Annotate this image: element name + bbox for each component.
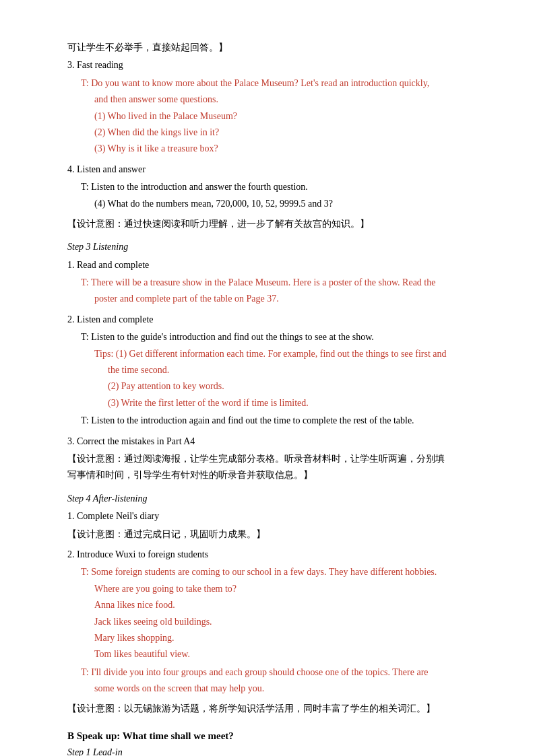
step3-sub2-tips1b: the time second. — [67, 363, 481, 378]
section4-q4: (4) What do the numbers mean, 720,000, 1… — [67, 197, 481, 211]
design-note-4: 【设计意图：以无锡旅游为话题，将所学知识活学活用，同时丰富了学生的相关词汇。】 — [67, 701, 481, 716]
step3-sub2-tips3: (3) Write the first letter of the word i… — [67, 396, 481, 411]
step3-sub2-tips1: Tips: (1) Get different information each… — [67, 347, 481, 362]
section3-q2: (2) When did the kings live in it? — [67, 125, 481, 140]
section3-q3: (3) Why is it like a treasure box? — [67, 141, 481, 156]
section-b-step1-heading: Step 1 Lead-in — [67, 745, 481, 756]
step4-sub2-jack: Jack likes seeing old buildings. — [67, 615, 481, 629]
step3-sub1-t1: T: There will be a treasure show in the … — [67, 275, 481, 290]
step3-sub1-title: 1. Read and complete — [67, 258, 481, 273]
section3-t1b: and then answer some questions. — [67, 92, 481, 107]
page-content: 可让学生不必举手，直接站起回答。】 3. Fast reading T: Do … — [67, 40, 481, 756]
section-b-heading: B Speak up: What time shall we meet? — [67, 728, 481, 744]
step3-sub2-t2: T: Listen to the introduction again and … — [67, 413, 481, 428]
step4-sub2-t2b: some words on the screen that may help y… — [67, 681, 481, 696]
step4-sub1-title: 1. Complete Neil's diary — [67, 509, 481, 524]
section4-t1: T: Listen to the introduction and answer… — [67, 180, 481, 195]
step3-heading: Step 3 Listening — [67, 240, 481, 254]
step3-sub2-title: 2. Listen and complete — [67, 312, 481, 327]
step4-sub2-t1: T: Some foreign students are coming to o… — [67, 565, 481, 580]
step3-sub1-t1b: poster and complete part of the table on… — [67, 291, 481, 306]
design-note-2: 【设计意图：通过阅读海报，让学生完成部分表格。听录音材料时，让学生听两遍，分别填… — [67, 452, 481, 483]
section3-title: 3. Fast reading — [67, 58, 481, 73]
design-note-2-line1: 【设计意图：通过阅读海报，让学生完成部分表格。听录音材料时，让学生听两遍，分别填 — [67, 452, 481, 467]
step4-heading: Step 4 After-listening — [67, 491, 481, 506]
design-note-3: 【设计意图：通过完成日记，巩固听力成果。】 — [67, 527, 481, 542]
intro-chinese-text: 可让学生不必举手，直接站起回答。】 — [67, 40, 481, 55]
design-note-1: 【设计意图：通过快速阅读和听力理解，进一步了解有关故宫的知识。】 — [67, 217, 481, 232]
section3-t1: T: Do you want to know more about the Pa… — [67, 76, 481, 91]
step4-sub2-t2: T: I'll divide you into four groups and … — [67, 665, 481, 680]
step4-sub2-anna: Anna likes nice food. — [67, 598, 481, 613]
step3-sub2-tips2: (2) Pay attention to key words. — [67, 379, 481, 394]
step3-sub3-title: 3. Correct the mistakes in Part A4 — [67, 434, 481, 449]
section3-q1: (1) Who lived in the Palace Museum? — [67, 109, 481, 124]
section4-title: 4. Listen and answer — [67, 162, 481, 177]
design-note-2-line2: 写事情和时间，引导学生有针对性的听录音并获取信息。】 — [67, 468, 481, 483]
step4-sub2-t1b: Where are you going to take them to? — [67, 582, 481, 596]
step3-sub2-t1: T: Listen to the guide's introduction an… — [67, 330, 481, 345]
step4-sub2-tom: Tom likes beautiful view. — [67, 647, 481, 662]
step4-sub2-mary: Mary likes shopping. — [67, 631, 481, 646]
step4-sub2-title: 2. Introduce Wuxi to foreign students — [67, 547, 481, 562]
